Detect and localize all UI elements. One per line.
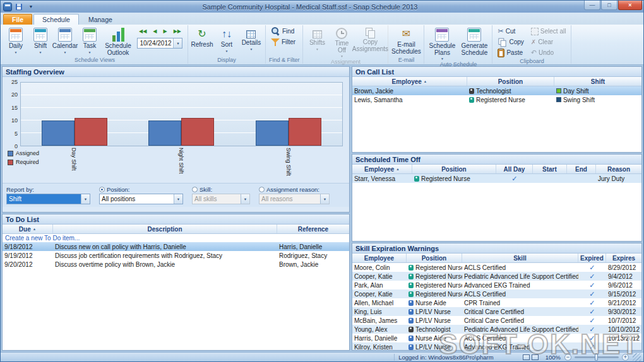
window-title: Sample Community Hospital - Medical Staf… [36, 3, 584, 11]
qat-dropdown-icon[interactable]: ▼ [26, 2, 36, 11]
app-icon[interactable] [3, 3, 12, 11]
email-schedules-button[interactable]: ✉ E-mail Schedules [390, 26, 422, 57]
bar-group [256, 83, 321, 146]
time-off-table: Employee Position All Day Start End Reas… [352, 165, 641, 241]
skill-warning-row[interactable]: Young, AlexTechnologistPediatric Advance… [352, 325, 641, 334]
task-view-button[interactable]: Task [78, 26, 102, 57]
copy-button[interactable]: Copy [494, 37, 527, 47]
previous-date-button[interactable]: ◀ [151, 27, 158, 35]
assignment-reason-select[interactable]: All reasons [259, 194, 330, 204]
column-header-end[interactable]: End [567, 165, 596, 173]
todo-row[interactable]: 9/19/2012 Discuss job certification requ… [3, 251, 349, 260]
column-header-position[interactable]: Position [412, 165, 496, 173]
column-header-expires[interactable]: Expires [606, 254, 641, 262]
shifts-button[interactable]: Shifts [305, 26, 329, 59]
skill-warning-row[interactable]: Moore, ColinRegistered NurseACLS Certifi… [352, 263, 641, 272]
schedule-outlook-button[interactable]: Schedule Outlook [102, 26, 134, 57]
last-date-button[interactable]: ▶▶ [172, 27, 183, 35]
dropdown-icon[interactable] [241, 194, 249, 204]
filter-icon [271, 38, 280, 47]
tab-schedule[interactable]: Schedule [33, 14, 79, 25]
details-button[interactable]: Details [239, 26, 263, 57]
clear-button[interactable]: ✗ Clear [528, 37, 569, 47]
view-toggle-icon[interactable] [532, 354, 539, 360]
schedule-plans-button[interactable]: Schedule Plans [426, 26, 458, 61]
copy-assignments-button[interactable]: Copy Assignments [354, 26, 386, 59]
column-header-expired[interactable]: Expired [578, 254, 606, 262]
position-radio[interactable] [99, 187, 105, 192]
bar-group [148, 83, 214, 146]
create-todo-link[interactable]: Create a new To Do item... [5, 235, 80, 242]
column-header-reason[interactable]: Reason [596, 165, 641, 173]
skill-warning-row[interactable]: King, LuisLP/LV NurseCritical Care Certi… [352, 307, 641, 316]
tab-manage[interactable]: Manage [80, 15, 121, 25]
maximize-button[interactable]: □ [601, 1, 617, 10]
on-call-row[interactable]: Lewis, Samantha Registered Nurse Swing S… [352, 95, 641, 104]
column-header-skill[interactable]: Skill [462, 254, 578, 262]
cut-button[interactable]: ✂ Cut [494, 26, 527, 36]
column-header-reference[interactable]: Reference [277, 225, 349, 233]
column-header-position[interactable]: Position [407, 254, 462, 262]
resize-grip[interactable] [633, 353, 641, 361]
column-header-start[interactable]: Start [533, 165, 567, 173]
generate-schedule-button[interactable]: Generate Schedule [458, 26, 490, 61]
clear-icon: ✗ [531, 39, 536, 45]
filter-button[interactable]: Filter [268, 37, 299, 47]
view-toggle-icon[interactable] [523, 354, 530, 360]
refresh-button[interactable]: ↻ Refresh [190, 26, 214, 57]
zoom-in-button[interactable]: + [622, 354, 629, 361]
undo-button[interactable]: ↶ Undo [528, 48, 569, 57]
zoom-out-button[interactable]: − [564, 354, 571, 361]
minimize-button[interactable]: — [584, 1, 600, 10]
first-date-button[interactable]: ◀◀ [137, 27, 148, 35]
column-header-employee[interactable]: Employee [352, 165, 412, 173]
on-call-row[interactable]: Brown, Jackie Technologist Day Shift [352, 86, 641, 95]
column-header-position[interactable]: Position [467, 77, 554, 86]
copy-icon [499, 38, 506, 46]
date-picker[interactable]: 10/24/2012 [137, 38, 182, 49]
skill-warning-row[interactable]: Cooper, KatieRegistered NursePediatric A… [352, 272, 641, 281]
column-header-all-day[interactable]: All Day [496, 165, 533, 173]
dropdown-icon[interactable] [320, 194, 329, 204]
report-by-select[interactable]: Shift [6, 194, 90, 204]
sort-button[interactable]: ↑↓ Sort [215, 26, 239, 57]
todo-table: Due Description Reference Create a new T… [3, 225, 349, 350]
date-dropdown-icon[interactable] [173, 38, 182, 48]
column-header-employee[interactable]: Employee [352, 77, 467, 86]
skill-warning-row[interactable]: Allen, MichaelNurse AideCPR Trained✓9/21… [352, 298, 641, 307]
calendar-view-button[interactable]: Calendar [53, 26, 77, 57]
skill-warning-row[interactable]: Cooper, KatieRegistered NurseACLS Certif… [352, 289, 641, 298]
column-header-employee[interactable]: Employee [352, 254, 407, 262]
skill-warning-row[interactable]: McBain, JamesLP/LV NurseCritical Care Ce… [352, 316, 641, 325]
dropdown-icon[interactable] [174, 194, 182, 204]
tab-file[interactable]: File [3, 14, 32, 25]
skill-warning-row[interactable]: Park, AlanRegistered NurseAdvanced EKG T… [352, 281, 641, 289]
position-select[interactable]: All positions [99, 194, 183, 204]
todo-row[interactable]: 9/20/2012 Discuss overtime policy with B… [3, 260, 349, 269]
time-off-button[interactable]: Time Off [330, 26, 354, 59]
zoom-slider[interactable] [575, 356, 619, 358]
dropdown-icon[interactable] [81, 194, 90, 204]
close-button[interactable]: × [618, 1, 642, 10]
todo-row[interactable]: 9/18/2012 Discuss new on call policy wit… [3, 242, 349, 251]
copy-assignments-icon [366, 28, 375, 38]
save-button[interactable] [14, 2, 24, 11]
column-header-description[interactable]: Description [53, 225, 277, 233]
paste-button[interactable]: Paste [494, 48, 527, 57]
assignment-reason-radio[interactable] [259, 187, 265, 192]
skill-warning-row[interactable]: Kilroy, KristenLP/LV NurseAdvanced EKG T… [352, 342, 641, 351]
on-call-title: On Call List [352, 67, 641, 77]
find-button[interactable]: Find [268, 26, 299, 36]
select-all-button[interactable]: Select all [528, 26, 569, 36]
zoom-slider-thumb[interactable] [595, 354, 598, 361]
column-header-due[interactable]: Due [3, 225, 53, 233]
next-date-button[interactable]: ▶ [161, 27, 169, 35]
daily-view-button[interactable]: Daily [4, 26, 28, 57]
skill-warning-row[interactable]: Harris, DanielleNurse AideACLS Certified… [352, 334, 641, 342]
time-off-row[interactable]: Starr, Venessa Registered Nurse ✓ Jury D… [352, 174, 641, 183]
column-header-shift[interactable]: Shift [554, 77, 641, 86]
skill-select[interactable]: All skills [192, 194, 250, 204]
legend-item-assigned: Assigned [8, 150, 39, 156]
shift-view-button[interactable]: Shift [28, 26, 52, 57]
skill-radio[interactable] [192, 187, 198, 192]
